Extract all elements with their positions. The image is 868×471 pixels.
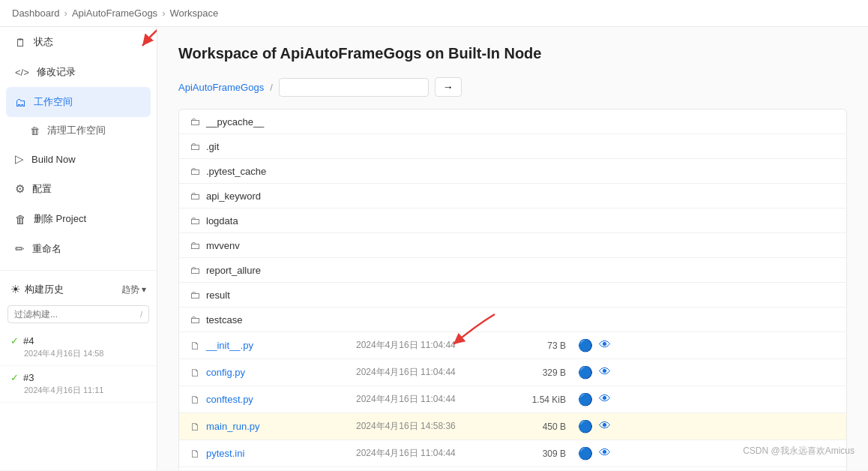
file-icon-config: 🗋 <box>190 367 200 379</box>
sidebar-label-rename: 重命名 <box>32 242 61 256</box>
path-input[interactable] <box>279 78 429 97</box>
folder-name-api-keyword: api_keyword <box>206 190 356 202</box>
file-actions-conftest: 🔵 👁 <box>578 392 611 406</box>
folder-row-api-keyword[interactable]: 🗀 api_keyword <box>179 184 846 208</box>
fingerprint-icon-conftest[interactable]: 🔵 <box>578 392 593 406</box>
file-size-pytest-ini: 309 B <box>506 448 566 459</box>
folder-name-pycache: __pycache__ <box>206 116 356 128</box>
build-item-3[interactable]: ✓ #3 2024年4月16日 11:11 <box>0 366 157 403</box>
sun-icon: ☀ <box>10 283 20 296</box>
folder-icon-report-allure: 🗀 <box>190 264 200 276</box>
sort-button[interactable]: 趋势 ▾ <box>121 284 146 296</box>
fingerprint-icon-main-run[interactable]: 🔵 <box>578 419 593 434</box>
view-icon-pytest-ini[interactable]: 👁 <box>599 446 611 460</box>
fingerprint-icon-config[interactable]: 🔵 <box>578 365 593 380</box>
folder-row-pytest-cache[interactable]: 🗀 .pytest_cache <box>179 159 846 184</box>
folder-icon-result: 🗀 <box>190 289 200 301</box>
delete-icon: 🗑 <box>15 213 26 226</box>
view-icon-config[interactable]: 👁 <box>599 365 611 380</box>
sort-label: 趋势 <box>121 284 139 296</box>
file-date-init: 2024年4月16日 11:04:44 <box>356 339 506 352</box>
build-id-4: #4 <box>23 335 34 346</box>
file-size-main-run: 450 B <box>506 422 566 432</box>
fingerprint-icon-init[interactable]: 🔵 <box>578 338 593 352</box>
status-icon-3: ✓ <box>10 372 19 383</box>
file-actions-init: 🔵 👁 <box>578 338 611 352</box>
sidebar-item-commits[interactable]: </> 修改记录 <box>0 57 157 87</box>
folder-row-logdata[interactable]: 🗀 logdata <box>179 208 846 233</box>
build-date-3: 2024年4月16日 11:11 <box>10 385 146 396</box>
file-name-main-run: main_run.py <box>206 421 356 432</box>
folder-name-mvvenv: mvvenv <box>206 240 356 251</box>
breadcrumb-dashboard[interactable]: Dashboard <box>12 8 60 19</box>
view-icon-init[interactable]: 👁 <box>599 338 611 352</box>
file-date-conftest: 2024年4月16日 11:04:44 <box>356 393 506 406</box>
file-row-requirements[interactable]: 🗋 requirements.txt 2024年4月16日 11:04:44 3… <box>179 467 846 470</box>
edit-icon: ✏ <box>15 242 25 256</box>
sidebar-label-status: 状态 <box>34 35 53 49</box>
file-row-init[interactable]: 🗋 __init__.py 2024年4月16日 11:04:44 73 B 🔵… <box>179 332 846 359</box>
file-row-main-run[interactable]: 🗋 main_run.py 2024年4月16日 14:58:36 450 B … <box>179 413 846 440</box>
build-search-box: / <box>7 305 149 323</box>
file-name-conftest: conftest.py <box>206 394 356 405</box>
folder-row-git[interactable]: 🗀 .git <box>179 134 846 159</box>
sidebar-label-clean: 清理工作空间 <box>47 124 106 137</box>
sidebar-item-status[interactable]: 🗒 状态 <box>0 27 157 57</box>
build-search-input[interactable] <box>14 309 140 320</box>
folder-icon-testcase: 🗀 <box>190 314 200 326</box>
folder-icon-pytest-cache: 🗀 <box>190 165 200 177</box>
sidebar-item-config[interactable]: ⚙ 配置 <box>0 174 157 204</box>
sidebar-item-rename[interactable]: ✏ 重命名 <box>0 234 157 264</box>
file-actions-main-run: 🔵 👁 <box>578 419 611 434</box>
build-date-4: 2024年4月16日 14:58 <box>10 348 146 359</box>
folder-row-result[interactable]: 🗀 result <box>179 283 846 308</box>
sidebar-label-config: 配置 <box>32 182 52 196</box>
folder-row-mvvenv[interactable]: 🗀 mvvenv <box>179 233 846 258</box>
breadcrumb: Dashboard › ApiAutoFrameGogs › Workspace <box>0 0 868 27</box>
view-icon-main-run[interactable]: 👁 <box>599 419 611 434</box>
file-name-config: config.py <box>206 367 356 378</box>
gear-icon: ⚙ <box>15 182 25 196</box>
sidebar-item-build-now[interactable]: ▷ Build Now <box>0 144 157 174</box>
path-navigate-button[interactable]: → <box>435 77 462 97</box>
fingerprint-icon-pytest-ini[interactable]: 🔵 <box>578 446 593 460</box>
folder-row-testcase[interactable]: 🗀 testcase <box>179 308 846 332</box>
file-icon-conftest: 🗋 <box>190 394 200 406</box>
page-title: Workspace of ApiAutoFrameGogs on Built-I… <box>178 45 847 62</box>
build-id-3: #3 <box>23 372 34 383</box>
path-link[interactable]: ApiAutoFrameGogs <box>178 82 264 93</box>
folder-row-report-allure[interactable]: 🗀 report_allure <box>179 258 846 283</box>
file-size-conftest: 1.54 KiB <box>506 394 566 405</box>
trash-icon: 🗑 <box>30 125 40 136</box>
sidebar-item-delete[interactable]: 🗑 删除 Project <box>0 204 157 234</box>
file-row-config[interactable]: 🗋 config.py 2024年4月16日 11:04:44 329 B 🔵 … <box>179 359 846 386</box>
sidebar-item-clean[interactable]: 🗑 清理工作空间 <box>0 117 157 144</box>
file-icon-init: 🗋 <box>190 340 200 352</box>
folder-icon-logdata: 🗀 <box>190 214 200 226</box>
sidebar-item-workspace[interactable]: 🗂 工作空间 <box>6 87 151 117</box>
folder-name-result: result <box>206 290 356 301</box>
file-icon-main-run: 🗋 <box>190 421 200 433</box>
breadcrumb-project[interactable]: ApiAutoFrameGogs <box>72 8 157 19</box>
slash-icon: / <box>140 310 142 319</box>
sidebar-label-commits: 修改记录 <box>37 65 76 79</box>
chevron-down-icon: ▾ <box>142 284 146 295</box>
breadcrumb-current: Workspace <box>169 8 218 19</box>
folder-name-logdata: logdata <box>206 215 356 226</box>
path-bar: ApiAutoFrameGogs / → <box>178 77 847 97</box>
sidebar-label-build-now: Build Now <box>31 154 76 165</box>
file-size-config: 329 B <box>506 368 566 378</box>
folder-name-pytest-cache: .pytest_cache <box>206 166 356 177</box>
folder-row-pycache[interactable]: 🗀 __pycache__ <box>179 110 846 134</box>
file-row-conftest[interactable]: 🗋 conftest.py 2024年4月16日 11:04:44 1.54 K… <box>179 386 846 413</box>
file-name-init: __init__.py <box>206 340 356 351</box>
file-name-pytest-ini: pytest.ini <box>206 448 356 459</box>
code-icon: </> <box>15 67 29 78</box>
build-item-4[interactable]: ✓ #4 2024年4月16日 14:58 <box>0 329 157 366</box>
status-icon-4: ✓ <box>10 335 19 346</box>
file-icon-pytest-ini: 🗋 <box>190 448 200 460</box>
file-actions-config: 🔵 👁 <box>578 365 611 380</box>
folder-icon-mvvenv: 🗀 <box>190 239 200 251</box>
view-icon-conftest[interactable]: 👁 <box>599 392 611 406</box>
folder-name-testcase: testcase <box>206 314 356 326</box>
